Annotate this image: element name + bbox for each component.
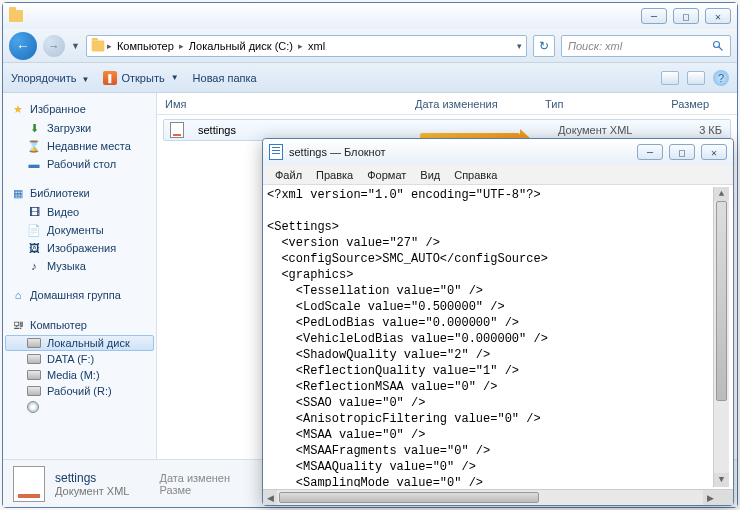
sidebar-item-media-drive[interactable]: Media (M:) [5, 367, 154, 383]
folder-icon [9, 10, 23, 22]
column-type[interactable]: Тип [537, 98, 657, 110]
view-options-button[interactable] [661, 71, 679, 85]
picture-icon: 🖼 [27, 241, 41, 255]
open-button[interactable]: ❚ Открыть ▼ [103, 71, 178, 85]
search-icon [712, 40, 724, 52]
star-icon: ★ [11, 102, 25, 116]
sidebar-item-videos[interactable]: 🎞Видео [5, 203, 154, 221]
horizontal-scrollbar[interactable]: ◀ ▶ [263, 489, 733, 505]
computer-icon: 🖳 [11, 318, 25, 332]
column-headers: Имя Дата изменения Тип Размер [157, 93, 737, 115]
sidebar-item-recent[interactable]: ⌛Недавние места [5, 137, 154, 155]
homegroup-icon: ⌂ [11, 288, 25, 302]
close-button[interactable]: ✕ [701, 144, 727, 160]
notepad-icon [269, 144, 283, 160]
forward-button[interactable]: → [43, 35, 65, 57]
scrollbar-thumb[interactable] [716, 201, 727, 401]
sidebar-libraries-header[interactable]: ▦ Библиотеки [5, 183, 154, 203]
sidebar-item-data-drive[interactable]: DATA (F:) [5, 351, 154, 367]
notepad-menubar: Файл Правка Формат Вид Справка [263, 165, 733, 185]
menu-format[interactable]: Формат [361, 167, 412, 183]
breadcrumb-folder[interactable]: xml [305, 40, 328, 52]
organize-button[interactable]: Упорядочить ▼ [11, 72, 89, 84]
scroll-left-button[interactable]: ◀ [263, 490, 277, 505]
addressbar-dropdown[interactable]: ▾ [517, 41, 522, 51]
document-icon: 📄 [27, 223, 41, 237]
sidebar-computer-header[interactable]: 🖳 Компьютер [5, 315, 154, 335]
menu-file[interactable]: Файл [269, 167, 308, 183]
scrollbar-thumb[interactable] [279, 492, 539, 503]
drive-icon [27, 354, 41, 364]
menu-view[interactable]: Вид [414, 167, 446, 183]
breadcrumb-computer[interactable]: Компьютер [114, 40, 177, 52]
file-name: settings [190, 124, 420, 136]
close-button[interactable]: ✕ [705, 8, 731, 24]
column-date[interactable]: Дата изменения [407, 98, 537, 110]
back-button[interactable]: ← [9, 32, 37, 60]
svg-line-1 [719, 46, 723, 50]
search-input[interactable]: Поиск: xml [561, 35, 731, 57]
desktop-icon: ▬ [27, 157, 41, 171]
music-icon: ♪ [27, 259, 41, 273]
history-dropdown[interactable]: ▼ [71, 41, 80, 51]
svg-point-0 [714, 41, 720, 47]
sidebar-homegroup-header[interactable]: ⌂ Домашняя группа [5, 285, 154, 305]
toolbar: Упорядочить ▼ ❚ Открыть ▼ Новая папка ? [3, 63, 737, 93]
maximize-button[interactable]: □ [673, 8, 699, 24]
video-icon: 🎞 [27, 205, 41, 219]
help-button[interactable]: ? [713, 70, 729, 86]
disc-icon [27, 401, 39, 413]
refresh-button[interactable]: ↻ [533, 35, 555, 57]
sidebar-item-documents[interactable]: 📄Документы [5, 221, 154, 239]
menu-edit[interactable]: Правка [310, 167, 359, 183]
new-folder-button[interactable]: Новая папка [193, 72, 257, 84]
folder-icon [92, 40, 105, 51]
scrollbar-corner [717, 490, 733, 505]
drive-icon [27, 386, 41, 396]
sidebar-item-work-drive[interactable]: Рабочий (R:) [5, 383, 154, 399]
scroll-right-button[interactable]: ▶ [703, 490, 717, 505]
details-file-name: settings [55, 471, 129, 485]
chevron-right-icon: ▸ [107, 41, 112, 51]
office-icon: ❚ [103, 71, 117, 85]
notepad-content-area: <?xml version="1.0" encoding="UTF-8"?> <… [263, 185, 733, 489]
sidebar-item-desktop[interactable]: ▬Рабочий стол [5, 155, 154, 173]
menu-help[interactable]: Справка [448, 167, 503, 183]
column-size[interactable]: Размер [657, 98, 717, 110]
minimize-button[interactable]: ─ [637, 144, 663, 160]
chevron-right-icon: ▸ [179, 41, 184, 51]
vertical-scrollbar[interactable] [713, 187, 729, 487]
file-type: Документ XML [550, 124, 670, 136]
recent-icon: ⌛ [27, 139, 41, 153]
search-placeholder: Поиск: xml [568, 40, 706, 52]
xml-file-icon [170, 122, 184, 138]
address-bar[interactable]: ▸ Компьютер ▸ Локальный диск (C:) ▸ xml … [86, 35, 527, 57]
column-name[interactable]: Имя [157, 98, 407, 110]
sidebar-favorites-header[interactable]: ★ Избранное [5, 99, 154, 119]
preview-pane-button[interactable] [687, 71, 705, 85]
xml-file-icon [13, 466, 45, 502]
drive-icon [27, 370, 41, 380]
explorer-titlebar: ─ □ ✕ [3, 3, 737, 29]
sidebar-item-dvd-drive[interactable] [5, 399, 154, 415]
notepad-title: settings — Блокнот [289, 146, 386, 158]
details-date-label: Дата изменен [159, 472, 230, 484]
sidebar-item-pictures[interactable]: 🖼Изображения [5, 239, 154, 257]
maximize-button[interactable]: □ [669, 144, 695, 160]
sidebar-item-local-disk[interactable]: Локальный диск [5, 335, 154, 351]
navigation-sidebar: ★ Избранное ⬇Загрузки ⌛Недавние места ▬Р… [3, 93, 157, 459]
notepad-window: settings — Блокнот ─ □ ✕ Файл Правка Фор… [262, 138, 734, 506]
sidebar-item-music[interactable]: ♪Музыка [5, 257, 154, 275]
drive-icon [27, 338, 41, 348]
minimize-button[interactable]: ─ [641, 8, 667, 24]
details-size-label: Разме [159, 484, 230, 496]
notepad-text[interactable]: <?xml version="1.0" encoding="UTF-8"?> <… [267, 187, 713, 487]
download-icon: ⬇ [27, 121, 41, 135]
sidebar-item-downloads[interactable]: ⬇Загрузки [5, 119, 154, 137]
details-file-type: Документ XML [55, 485, 129, 497]
notepad-titlebar[interactable]: settings — Блокнот ─ □ ✕ [263, 139, 733, 165]
chevron-right-icon: ▸ [298, 41, 303, 51]
library-icon: ▦ [11, 186, 25, 200]
file-size: 3 КБ [670, 124, 730, 136]
breadcrumb-drive[interactable]: Локальный диск (C:) [186, 40, 296, 52]
